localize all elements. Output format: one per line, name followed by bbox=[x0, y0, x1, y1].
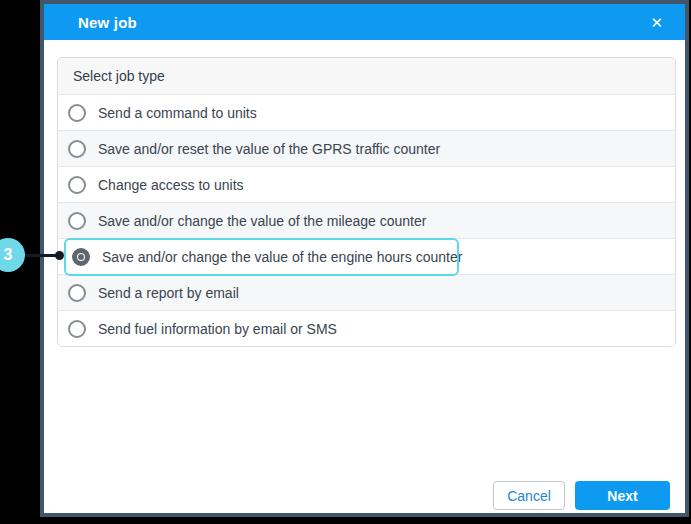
job-type-option[interactable]: Send a report by email bbox=[58, 274, 675, 310]
annotation-connector-line bbox=[23, 254, 58, 257]
cancel-button[interactable]: Cancel bbox=[493, 481, 565, 510]
dialog-footer: Cancel Next bbox=[493, 481, 670, 510]
job-type-option[interactable]: Send fuel information by email or SMS bbox=[58, 310, 675, 346]
dialog-title: New job bbox=[78, 14, 137, 31]
close-icon[interactable]: ✕ bbox=[648, 13, 665, 32]
job-type-option-label: Save and/or change the value of the engi… bbox=[102, 249, 462, 265]
job-type-option[interactable]: Save and/or change the value of the engi… bbox=[58, 238, 675, 274]
job-type-list-header: Select job type bbox=[58, 58, 675, 94]
section-title: Select job type bbox=[73, 68, 165, 84]
screenshot-stage: New job ✕ Select job type Send a command… bbox=[0, 0, 691, 524]
job-type-list: Select job type Send a command to units … bbox=[57, 57, 676, 347]
radio-button-icon[interactable] bbox=[68, 212, 86, 230]
radio-button-icon[interactable] bbox=[68, 140, 86, 158]
job-type-option-label: Send fuel information by email or SMS bbox=[98, 321, 337, 337]
new-job-dialog: New job ✕ Select job type Send a command… bbox=[40, 0, 689, 517]
radio-button-icon[interactable] bbox=[72, 248, 90, 266]
job-type-option-label: Save and/or reset the value of the GPRS … bbox=[98, 141, 440, 157]
radio-button-icon[interactable] bbox=[68, 320, 86, 338]
radio-button-icon[interactable] bbox=[68, 284, 86, 302]
annotation-step-badge: 3 bbox=[0, 238, 25, 272]
dialog-header: New job ✕ bbox=[44, 4, 685, 40]
job-type-option[interactable]: Save and/or change the value of the mile… bbox=[58, 202, 675, 238]
radio-button-icon[interactable] bbox=[68, 176, 86, 194]
job-type-option-label: Send a report by email bbox=[98, 285, 239, 301]
job-type-option[interactable]: Change access to units bbox=[58, 166, 675, 202]
radio-button-icon[interactable] bbox=[68, 104, 86, 122]
job-type-option[interactable]: Save and/or reset the value of the GPRS … bbox=[58, 130, 675, 166]
job-type-option-label: Save and/or change the value of the mile… bbox=[98, 213, 426, 229]
job-type-option-label: Send a command to units bbox=[98, 105, 257, 121]
next-button[interactable]: Next bbox=[575, 481, 670, 510]
job-type-option[interactable]: Send a command to units bbox=[58, 94, 675, 130]
annotation-connector-dot bbox=[55, 251, 64, 260]
job-type-option-label: Change access to units bbox=[98, 177, 244, 193]
